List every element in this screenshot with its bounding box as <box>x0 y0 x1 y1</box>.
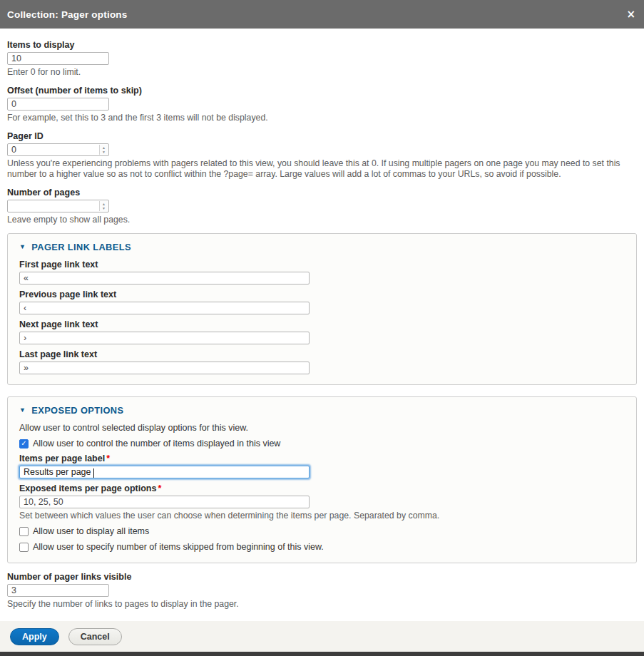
items-to-display-label: Items to display <box>7 40 637 51</box>
dialog-header: Collection: Pager options × <box>0 0 644 29</box>
number-of-pages-help: Leave empty to show all pages. <box>7 215 631 225</box>
page-background-strip <box>0 652 644 656</box>
number-spinner-icon[interactable]: ▲▼ <box>99 145 108 155</box>
exposed-options-legend[interactable]: ▼ EXPOSED OPTIONS <box>19 403 625 417</box>
dialog-footer: Apply Cancel <box>0 621 644 652</box>
spinner-down-icon[interactable]: ▼ <box>102 150 106 154</box>
checkbox[interactable]: ✓ <box>19 543 29 552</box>
fieldset-exposed-options: ▼ EXPOSED OPTIONS Allow user to control … <box>7 396 637 563</box>
form-item-exposed-items-options: Exposed items per page options* Set betw… <box>19 483 625 521</box>
required-marker: * <box>106 453 110 463</box>
offset-input[interactable] <box>7 98 109 111</box>
checkbox[interactable]: ✓ <box>19 527 29 536</box>
required-marker: * <box>158 483 161 493</box>
offset-help: For example, set this to 3 and the first… <box>7 113 631 123</box>
offset-label: Offset (number of items to skip) <box>7 86 637 96</box>
first-page-link-input[interactable] <box>19 272 310 285</box>
form-item-last-page-link: Last page link text <box>19 349 625 374</box>
close-icon[interactable]: × <box>626 9 635 20</box>
offset-checkbox-label[interactable]: Allow user to specify number of items sk… <box>33 541 324 553</box>
pager-id-help: Unless you're experiencing problems with… <box>7 158 631 180</box>
exposed-options-description: Allow user to control selected display o… <box>19 423 625 434</box>
pager-id-input[interactable] <box>7 143 109 156</box>
number-of-pages-label: Number of pages <box>7 188 637 198</box>
apply-button[interactable]: Apply <box>10 628 59 645</box>
pager-id-label: Pager ID <box>7 131 637 142</box>
items-per-page-label-input[interactable] <box>19 466 310 478</box>
form-item-offset: Offset (number of items to skip) For exa… <box>7 86 637 123</box>
pager-link-labels-legend[interactable]: ▼ PAGER LINK LABELS <box>19 240 625 254</box>
form-item-number-of-pages: Number of pages ▲▼ Leave empty to show a… <box>7 188 637 225</box>
exposed-items-options-input[interactable] <box>19 496 310 508</box>
number-of-pages-input[interactable] <box>7 200 109 212</box>
exposed-options-legend-text: EXPOSED OPTIONS <box>31 405 123 416</box>
items-to-display-input[interactable] <box>7 52 109 65</box>
pager-links-visible-input[interactable] <box>7 584 109 597</box>
form-item-items-per-page-label: Items per page label* <box>19 453 625 478</box>
pager-links-visible-help: Specify the number of links to pages to … <box>7 599 631 610</box>
items-to-display-help: Enter 0 for no limit. <box>7 67 631 78</box>
spinner-up-icon[interactable]: ▲ <box>102 203 106 206</box>
form-item-previous-page-link: Previous page link text <box>19 289 625 314</box>
first-page-link-label: First page link text <box>19 260 625 270</box>
dialog-title: Collection: Pager options <box>7 9 128 20</box>
control-items-checkbox-row[interactable]: ✓ Allow user to control the number of it… <box>19 438 625 449</box>
previous-page-link-input[interactable] <box>19 302 310 314</box>
last-page-link-label: Last page link text <box>19 349 625 360</box>
text-caret <box>93 468 94 478</box>
exposed-items-options-label-text: Exposed items per page options <box>19 483 156 493</box>
pager-link-labels-legend-text: PAGER LINK LABELS <box>31 242 131 252</box>
next-page-link-input[interactable] <box>19 332 310 344</box>
number-spinner-icon[interactable]: ▲▼ <box>99 201 108 211</box>
next-page-link-label: Next page link text <box>19 319 625 330</box>
display-all-checkbox-row[interactable]: ✓ Allow user to display all items <box>19 526 625 537</box>
chevron-down-icon: ▼ <box>19 243 26 250</box>
check-icon: ✓ <box>21 440 26 447</box>
exposed-items-options-help: Set between which values the user can ch… <box>19 511 625 521</box>
pager-options-form: Items to display Enter 0 for no limit. O… <box>0 29 644 621</box>
form-item-pager-links-visible: Number of pager links visible Specify th… <box>7 572 637 610</box>
form-item-pager-id: Pager ID ▲▼ Unless you're experiencing p… <box>7 131 637 180</box>
chevron-down-icon: ▼ <box>19 406 26 414</box>
offset-checkbox-row[interactable]: ✓ Allow user to specify number of items … <box>19 541 625 553</box>
form-item-first-page-link: First page link text <box>19 260 625 285</box>
last-page-link-input[interactable] <box>19 362 310 374</box>
checkbox[interactable]: ✓ <box>19 439 29 449</box>
form-item-items-to-display: Items to display Enter 0 for no limit. <box>7 40 637 78</box>
previous-page-link-label: Previous page link text <box>19 289 625 300</box>
cancel-button[interactable]: Cancel <box>68 628 122 645</box>
control-items-checkbox-label[interactable]: Allow user to control the number of item… <box>33 438 280 449</box>
spinner-up-icon[interactable]: ▲ <box>102 146 106 150</box>
pager-links-visible-label: Number of pager links visible <box>7 572 637 583</box>
spinner-down-icon[interactable]: ▼ <box>102 207 106 210</box>
form-item-next-page-link: Next page link text <box>19 319 625 344</box>
display-all-checkbox-label[interactable]: Allow user to display all items <box>33 526 149 537</box>
fieldset-pager-link-labels: ▼ PAGER LINK LABELS First page link text… <box>7 233 637 385</box>
items-per-page-label-text: Items per page label <box>19 453 105 463</box>
